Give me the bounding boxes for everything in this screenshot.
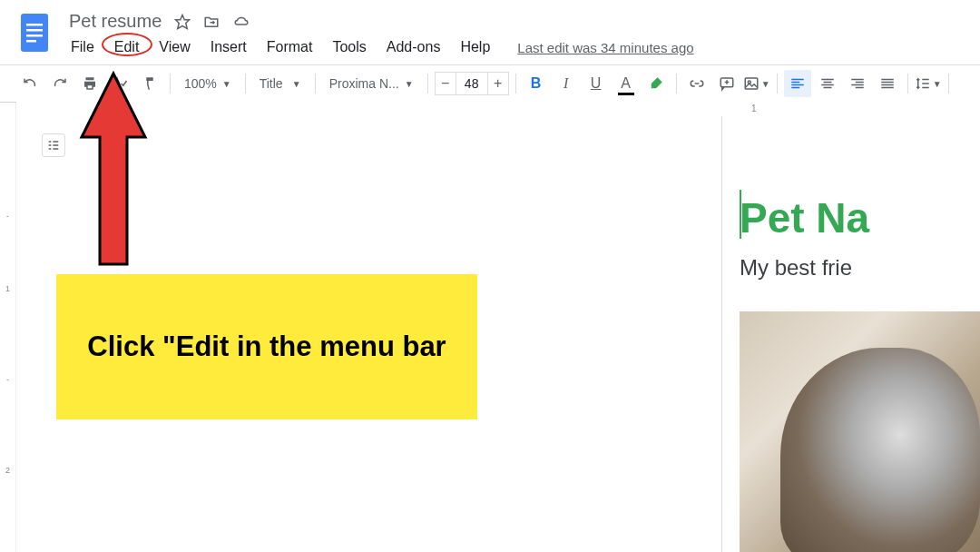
chevron-down-icon: ▼: [933, 79, 942, 89]
menu-edit[interactable]: Edit: [113, 37, 142, 57]
ruler-tick: -: [0, 212, 15, 221]
svg-rect-0: [21, 14, 48, 52]
title-row: Pet resume: [69, 7, 694, 32]
chevron-down-icon: ▼: [222, 79, 231, 89]
chevron-down-icon: ▼: [292, 79, 301, 89]
image-button[interactable]: ▼: [743, 70, 770, 97]
chevron-down-icon: ▼: [761, 79, 770, 89]
menu-tools[interactable]: Tools: [330, 37, 368, 57]
dog-illustration: [780, 348, 980, 552]
document-subtitle[interactable]: My best frie: [740, 255, 852, 281]
redo-button[interactable]: [46, 70, 74, 97]
font-size-increase[interactable]: +: [487, 72, 509, 95]
ruler-tick: 1: [0, 284, 15, 293]
font-select[interactable]: Proxima N...▼: [322, 74, 421, 94]
align-right-button[interactable]: [844, 70, 871, 97]
underline-button[interactable]: U: [583, 70, 610, 97]
menu-bar: File Edit View Insert Format Tools Add-o…: [69, 32, 694, 57]
svg-rect-4: [26, 40, 36, 43]
horizontal-ruler: 1: [16, 102, 980, 116]
zoom-select[interactable]: 100%▼: [177, 74, 239, 94]
outline-toggle-button[interactable]: [42, 133, 65, 157]
separator: [907, 74, 908, 94]
separator: [948, 74, 949, 94]
annotation-arrow: [73, 69, 154, 272]
highlight-button[interactable]: [642, 70, 670, 97]
menu-insert[interactable]: Insert: [209, 37, 249, 57]
font-size-decrease[interactable]: −: [435, 72, 456, 95]
separator: [170, 74, 171, 94]
document-title[interactable]: Pet resume: [69, 11, 162, 32]
comment-button[interactable]: [713, 70, 740, 97]
menu-help[interactable]: Help: [458, 37, 492, 57]
align-justify-button[interactable]: [874, 70, 901, 97]
menu-format[interactable]: Format: [265, 37, 315, 57]
star-icon[interactable]: [174, 14, 191, 30]
docs-logo[interactable]: [16, 9, 53, 56]
ruler-mark: 1: [751, 104, 757, 113]
title-bar: Pet resume File Edit View Insert Format …: [0, 0, 980, 57]
ruler-tick: 2: [0, 466, 15, 475]
style-select[interactable]: Title▼: [252, 74, 309, 94]
move-folder-icon[interactable]: [203, 14, 220, 30]
svg-rect-3: [26, 34, 43, 37]
line-spacing-button[interactable]: ▼: [915, 70, 942, 97]
document-heading[interactable]: Pet Na: [740, 193, 869, 242]
chevron-down-icon: ▼: [405, 79, 414, 89]
link-button[interactable]: [683, 70, 710, 97]
vertical-ruler: - 1 - 2: [0, 103, 16, 552]
align-center-button[interactable]: [814, 70, 841, 97]
undo-button[interactable]: [16, 70, 44, 97]
last-edit-link[interactable]: Last edit was 34 minutes ago: [517, 40, 693, 55]
separator: [315, 74, 316, 94]
font-size-stepper: − 48 +: [435, 72, 509, 95]
separator: [515, 74, 516, 94]
svg-rect-8: [745, 78, 758, 89]
annotation-text: Click "Edit in the menu bar: [87, 328, 446, 366]
menu-view[interactable]: View: [157, 37, 191, 57]
menu-file[interactable]: File: [69, 37, 96, 57]
svg-rect-2: [26, 29, 43, 32]
title-area: Pet resume File Edit View Insert Format …: [69, 7, 694, 57]
separator: [245, 74, 246, 94]
document-page: Pet Na My best frie: [721, 103, 980, 552]
text-color-button[interactable]: A: [612, 70, 640, 97]
separator: [777, 74, 778, 94]
separator: [676, 74, 677, 94]
zoom-value: 100%: [184, 76, 217, 91]
annotation-callout: Click "Edit in the menu bar: [56, 274, 477, 419]
bold-button[interactable]: B: [523, 70, 550, 97]
italic-button[interactable]: I: [553, 70, 580, 97]
cloud-status-icon[interactable]: [232, 14, 250, 30]
align-left-button[interactable]: [784, 70, 811, 97]
style-value: Title: [260, 76, 283, 91]
separator: [427, 74, 428, 94]
svg-rect-1: [26, 24, 43, 26]
ruler-tick: -: [0, 375, 15, 384]
font-value: Proxima N...: [329, 76, 399, 91]
menu-addons[interactable]: Add-ons: [385, 37, 443, 57]
svg-marker-5: [176, 15, 190, 28]
page-border: [721, 103, 722, 552]
document-image[interactable]: [740, 311, 980, 552]
font-size-value[interactable]: 48: [456, 72, 487, 95]
